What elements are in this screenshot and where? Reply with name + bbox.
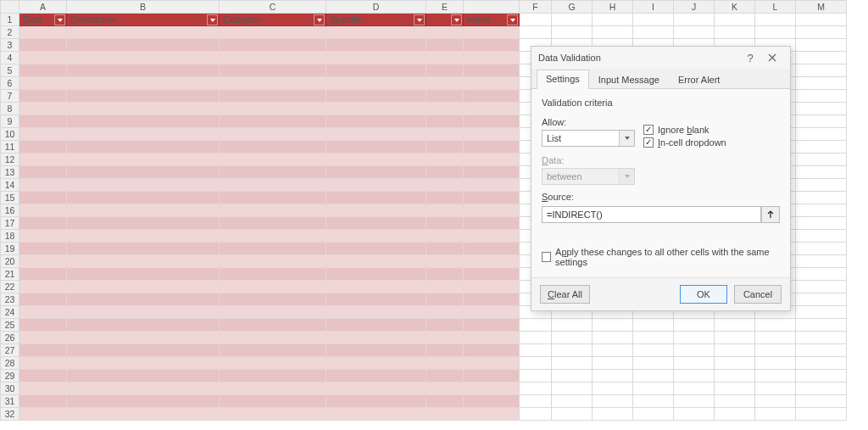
- column-header[interactable]: [464, 1, 520, 14]
- cell[interactable]: [715, 395, 755, 408]
- filter-dropdown-icon[interactable]: [314, 14, 325, 25]
- cell[interactable]: [633, 344, 674, 357]
- table-cell[interactable]: [464, 230, 520, 243]
- select-all-corner[interactable]: [1, 1, 19, 14]
- table-cell[interactable]: [326, 408, 426, 421]
- table-cell[interactable]: [464, 243, 520, 255]
- table-cell[interactable]: [426, 141, 464, 154]
- cell[interactable]: [796, 319, 847, 332]
- filter-dropdown-icon[interactable]: [507, 14, 518, 25]
- table-cell[interactable]: [220, 383, 326, 395]
- table-cell[interactable]: [326, 39, 426, 52]
- table-cell[interactable]: [326, 166, 426, 179]
- table-cell[interactable]: [464, 255, 520, 268]
- table-cell[interactable]: [464, 103, 520, 115]
- table-cell[interactable]: [326, 217, 426, 230]
- cell[interactable]: [755, 383, 796, 395]
- table-cell[interactable]: [67, 103, 220, 115]
- table-cell[interactable]: [67, 64, 220, 77]
- table-cell[interactable]: [326, 179, 426, 192]
- cell[interactable]: [755, 14, 796, 26]
- table-cell[interactable]: [220, 128, 326, 141]
- table-cell[interactable]: [220, 230, 326, 243]
- cell[interactable]: [796, 179, 847, 192]
- table-cell[interactable]: [19, 281, 67, 293]
- table-cell[interactable]: [67, 255, 220, 268]
- cell[interactable]: [633, 26, 674, 39]
- cell[interactable]: [796, 357, 847, 370]
- table-cell[interactable]: [426, 344, 464, 357]
- cell[interactable]: [633, 370, 674, 383]
- table-cell[interactable]: [220, 344, 326, 357]
- table-cell[interactable]: [326, 370, 426, 383]
- table-cell[interactable]: [464, 319, 520, 332]
- cell[interactable]: [520, 319, 552, 332]
- table-cell[interactable]: [326, 357, 426, 370]
- table-cell[interactable]: [464, 179, 520, 192]
- table-cell[interactable]: [67, 408, 220, 421]
- table-cell[interactable]: [67, 383, 220, 395]
- row-header[interactable]: 27: [1, 344, 19, 357]
- cell[interactable]: [633, 332, 674, 344]
- cell[interactable]: [552, 344, 593, 357]
- cell[interactable]: [715, 319, 755, 332]
- table-cell[interactable]: [67, 332, 220, 344]
- table-cell[interactable]: [67, 293, 220, 306]
- table-cell[interactable]: [326, 204, 426, 217]
- table-cell[interactable]: [67, 204, 220, 217]
- cell[interactable]: [674, 26, 715, 39]
- table-cell[interactable]: [220, 103, 326, 115]
- table-cell[interactable]: [464, 204, 520, 217]
- cell[interactable]: [552, 357, 593, 370]
- table-cell[interactable]: [220, 52, 326, 64]
- cell[interactable]: [593, 357, 633, 370]
- table-cell[interactable]: [464, 370, 520, 383]
- table-cell[interactable]: [67, 357, 220, 370]
- table-header-cell[interactable]: Category: [220, 14, 326, 26]
- table-cell[interactable]: [326, 319, 426, 332]
- table-cell[interactable]: [220, 281, 326, 293]
- table-cell[interactable]: [220, 357, 326, 370]
- table-cell[interactable]: [464, 52, 520, 64]
- cell[interactable]: [674, 408, 715, 421]
- ignore-blank-checkbox[interactable]: [643, 125, 654, 135]
- table-cell[interactable]: [426, 103, 464, 115]
- table-cell[interactable]: [67, 217, 220, 230]
- row-header[interactable]: 30: [1, 383, 19, 395]
- row-header[interactable]: 11: [1, 141, 19, 154]
- table-cell[interactable]: [426, 306, 464, 319]
- table-cell[interactable]: [426, 192, 464, 204]
- cell[interactable]: [520, 344, 552, 357]
- cell[interactable]: [674, 14, 715, 26]
- cell[interactable]: [715, 344, 755, 357]
- table-cell[interactable]: [19, 268, 67, 281]
- table-cell[interactable]: [19, 179, 67, 192]
- cell[interactable]: [755, 370, 796, 383]
- table-cell[interactable]: [220, 26, 326, 39]
- table-cell[interactable]: [426, 268, 464, 281]
- cell[interactable]: [715, 370, 755, 383]
- cell[interactable]: [796, 166, 847, 179]
- cell[interactable]: [593, 26, 633, 39]
- table-cell[interactable]: [426, 217, 464, 230]
- row-header[interactable]: 28: [1, 357, 19, 370]
- row-header[interactable]: 4: [1, 52, 19, 64]
- table-cell[interactable]: [426, 408, 464, 421]
- table-cell[interactable]: [220, 370, 326, 383]
- cell[interactable]: [796, 64, 847, 77]
- table-cell[interactable]: [220, 395, 326, 408]
- table-cell[interactable]: [220, 255, 326, 268]
- cell[interactable]: [674, 332, 715, 344]
- table-cell[interactable]: [19, 332, 67, 344]
- table-cell[interactable]: [326, 64, 426, 77]
- cell[interactable]: [796, 370, 847, 383]
- table-cell[interactable]: [220, 293, 326, 306]
- table-cell[interactable]: [19, 90, 67, 103]
- cell[interactable]: [552, 332, 593, 344]
- table-cell[interactable]: [220, 319, 326, 332]
- table-cell[interactable]: [464, 192, 520, 204]
- row-header[interactable]: 19: [1, 243, 19, 255]
- table-cell[interactable]: [67, 141, 220, 154]
- table-cell[interactable]: [19, 128, 67, 141]
- row-header[interactable]: 32: [1, 408, 19, 421]
